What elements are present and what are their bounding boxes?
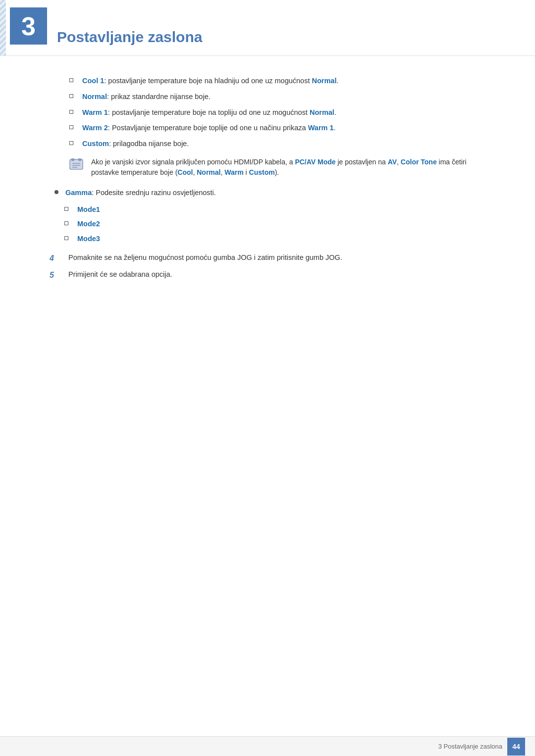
footer-chapter-text: 3 Postavljanje zaslona [438, 743, 502, 750]
list-item-mode2: Mode2 [40, 219, 495, 230]
term-warm-note: Warm [224, 168, 243, 176]
list-item-cool1: Cool 1: postavljanje temperature boje na… [40, 76, 495, 87]
note-box: Ako je vanjski izvor signala priključen … [69, 157, 495, 178]
bullet-icon [69, 125, 73, 129]
color-tone-list: Cool 1: postavljanje temperature boje na… [40, 76, 495, 150]
gamma-item: Gamma: Podesite srednju razinu osvjetlje… [40, 188, 495, 199]
term-warm1: Warm 1 [82, 108, 108, 116]
step-5: 5 Primijenit će se odabrana opcija. [40, 269, 495, 281]
bullet-icon [69, 94, 73, 98]
step-4: 4 Pomaknite se na željenu mogućnost pomo… [40, 252, 495, 264]
term-normal-ref2: Normal [310, 108, 334, 116]
gamma-text: Gamma: Podesite srednju razinu osvjetlje… [65, 188, 216, 199]
bullet-icon [69, 110, 73, 114]
list-item-mode1: Mode1 [40, 204, 495, 215]
chapter-number-box: 3 [10, 7, 47, 45]
term-mode2: Mode2 [77, 219, 100, 230]
list-item-warm1: Warm 1: postavljanje temperature boje na… [40, 107, 495, 118]
term-custom-note: Custom [249, 168, 275, 176]
bullet-icon [64, 207, 68, 211]
svg-rect-2 [78, 158, 81, 161]
list-item-text: Warm 2: Postavljanje temperature boje to… [82, 123, 495, 134]
term-warm2: Warm 2 [82, 124, 108, 132]
term-av: AV [388, 158, 397, 166]
chapter-title: Postavljanje zaslona [57, 15, 535, 46]
term-normal-ref: Normal [312, 77, 336, 85]
note-text: Ako je vanjski izvor signala priključen … [91, 157, 495, 178]
list-item-text: Custom: prilagodba nijanse boje. [82, 139, 495, 150]
chapter-number: 3 [21, 13, 36, 39]
round-bullet-icon [54, 190, 58, 194]
list-item-mode3: Mode3 [40, 234, 495, 245]
step-number-4: 4 [50, 252, 59, 264]
note-icon [69, 158, 85, 172]
mode-list: Mode1 Mode2 Mode3 [40, 204, 495, 245]
list-item-text: Cool 1: postavljanje temperature boje na… [82, 76, 495, 87]
main-content: Cool 1: postavljanje temperature boje na… [0, 71, 535, 326]
list-item-text: Warm 1: postavljanje temperature boje na… [82, 107, 495, 118]
bullet-icon [64, 221, 68, 225]
term-custom: Custom [82, 140, 109, 148]
list-item-warm2: Warm 2: Postavljanje temperature boje to… [40, 123, 495, 134]
list-item-normal: Normal: prikaz standardne nijanse boje. [40, 92, 495, 102]
term-colortone: Color Tone [401, 158, 437, 166]
term-mode1: Mode1 [77, 204, 100, 215]
term-gamma: Gamma [65, 189, 92, 197]
term-normal: Normal [82, 93, 107, 101]
term-cool1: Cool 1 [82, 77, 104, 85]
term-pcav: PC/AV Mode [295, 158, 335, 166]
svg-rect-1 [71, 158, 74, 161]
term-normal-note: Normal [197, 168, 220, 176]
footer-page-number: 44 [507, 738, 525, 756]
term-mode3: Mode3 [77, 234, 100, 245]
svg-rect-0 [70, 159, 83, 169]
bullet-icon [69, 78, 73, 82]
bullet-icon [64, 236, 68, 240]
step-number-5: 5 [50, 269, 59, 281]
list-item-text: Normal: prikaz standardne nijanse boje. [82, 92, 495, 102]
step-5-text: Primijenit će se odabrana opcija. [68, 269, 172, 280]
step-4-text: Pomaknite se na željenu mogućnost pomoću… [68, 252, 342, 263]
list-item-custom: Custom: prilagodba nijanse boje. [40, 139, 495, 150]
header-stripe-decoration [0, 0, 6, 55]
term-warm1-ref: Warm 1 [308, 124, 334, 132]
page-footer: 3 Postavljanje zaslona 44 [0, 736, 535, 756]
term-cool-note: Cool [177, 168, 193, 176]
page-header: 3 Postavljanje zaslona [0, 0, 535, 56]
bullet-icon [69, 141, 73, 145]
